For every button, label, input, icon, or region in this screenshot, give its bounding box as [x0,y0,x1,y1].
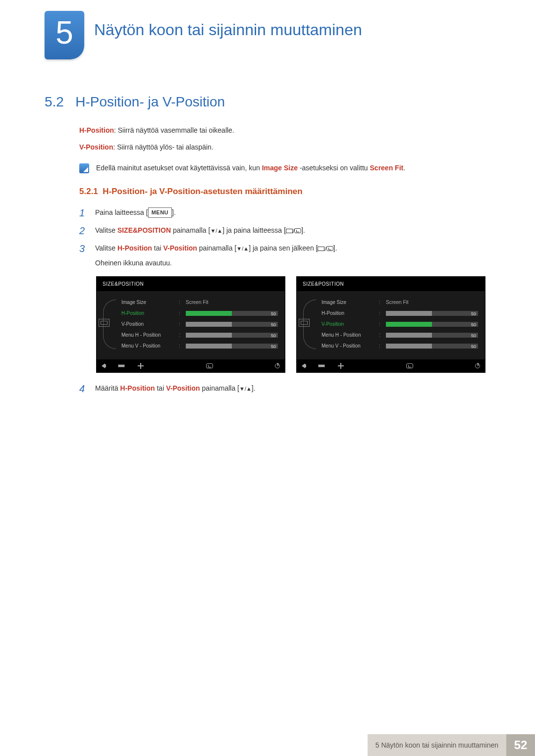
osd-slider[interactable]: 50 [386,333,478,338]
osd-footer [297,359,485,372]
page: 5 Näytön koon tai sijainnin muuttaminen … [0,0,535,756]
step-number: 2 [79,225,88,237]
osd-menu-item[interactable]: Menu H - Position:50 [321,330,478,341]
step2-pre: Valitse [95,226,117,234]
vposition-term: V-Position [79,143,113,151]
osd-slider-value: 50 [471,321,476,329]
osd-item-label: H-Position [121,309,176,317]
step4-hposition: H-Position [120,384,155,392]
step4-mid: painamalla [ [200,384,239,392]
osd-menu-item[interactable]: V-Position:50 [321,319,478,330]
step-number: 3 [79,243,88,254]
osd-item-value: Screen Fit [186,298,209,306]
plus-icon[interactable] [338,363,344,369]
step3-vposition: V-Position [163,244,197,252]
osd-slider[interactable]: 50 [386,344,478,349]
step1-post: ]. [172,208,176,216]
subsection-number: 5.2.1 [79,187,98,196]
note-pre: Edellä mainitut asetukset ovat käytettäv… [96,164,262,172]
chapter-number-badge: 5 [45,11,84,59]
content-area: H-Position: Siirrä näyttöä vasemmalle ta… [79,125,485,401]
step-2: 2 Valitse SIZE&POSITION painamalla [▼/▲]… [79,225,485,237]
osd-section-icon [299,319,310,327]
osd-menu-item[interactable]: V-Position:50 [121,319,278,330]
step2-mid2: ] ja paina laitteessa [ [222,226,286,234]
osd-slider[interactable]: 50 [186,344,278,349]
source-enter-icon: / [318,244,333,254]
osd-colon: : [179,342,183,350]
osd-slider[interactable]: 50 [186,311,278,316]
minus-icon[interactable] [118,364,125,367]
step4-or: tai [155,384,166,392]
osd-item-label: Image Size [121,298,176,306]
osd-slider[interactable]: 50 [386,311,478,316]
osd-colon: : [379,342,383,350]
menu-button-label: MENU [148,207,172,218]
hposition-definition: H-Position: Siirrä näyttöä vasemmalle ta… [79,125,485,137]
plus-icon[interactable] [138,363,144,369]
osd-menu-item[interactable]: Image Size:Screen Fit [121,297,278,308]
osd-title: SIZE&POSITION [297,277,485,291]
back-icon[interactable] [102,363,105,368]
osd-item-label: Menu V - Position [321,342,376,350]
osd-section-icon [99,319,109,327]
note-text: Edellä mainitut asetukset ovat käytettäv… [96,162,405,174]
section-heading: 5.2 H-Position- ja V-Position [45,94,225,110]
osd-menu-item[interactable]: Menu V - Position:50 [321,341,478,352]
step4-vposition: V-Position [166,384,200,392]
chapter-title: Näytön koon tai sijainnin muuttaminen [94,21,362,39]
osd-colon: : [179,309,183,317]
osd-item-label: V-Position [121,320,176,328]
osd-item-label: Image Size [321,298,376,306]
back-icon[interactable] [302,363,305,368]
step1-pre: Paina laitteessa [ [95,208,148,216]
step4-pre: Määritä [95,384,120,392]
osd-slider[interactable]: 50 [386,322,478,327]
note: Edellä mainitut asetukset ovat käytettäv… [79,162,485,174]
step3-hposition: H-Position [117,244,152,252]
down-up-arrows-icon: ▼/▲ [239,384,252,394]
step3-pre: Valitse [95,244,117,252]
step3-line2: Oheinen ikkuna avautuu. [95,257,485,269]
source-icon[interactable] [206,363,213,368]
osd-slider-value: 50 [471,310,476,318]
osd-colon: : [179,320,183,328]
osd-slider-value: 50 [271,321,276,329]
source-enter-icon: / [286,226,301,236]
step-body: Valitse H-Position tai V-Position painam… [95,243,485,269]
step3-post: ]. [333,244,337,252]
section-number: 5.2 [45,94,64,109]
osd-slider[interactable]: 50 [186,333,278,338]
osd-slider-value: 50 [271,343,276,351]
minus-icon[interactable] [318,364,325,367]
source-icon[interactable] [406,363,413,368]
step-number: 4 [79,383,88,395]
osd-menu-item[interactable]: H-Position:50 [321,308,478,319]
note-term-image-size: Image Size [262,164,298,172]
step3-or: tai [152,244,163,252]
down-up-arrows-icon: ▼/▲ [236,244,249,253]
vposition-definition: V-Position: Siirrä näyttöä ylös- tai ala… [79,142,485,153]
osd-menu-item[interactable]: Image Size:Screen Fit [321,297,478,308]
subsection-title: H-Position- ja V-Position-asetusten määr… [103,187,302,196]
osd-left-panel: SIZE&POSITIONImage Size:Screen FitH-Posi… [96,276,285,373]
hposition-term: H-Position [79,126,114,134]
note-post: . [403,164,405,172]
power-icon[interactable] [275,363,280,368]
footer-page-number: 52 [506,734,535,756]
osd-menu-item[interactable]: H-Position:50 [121,308,278,319]
power-icon[interactable] [475,363,480,368]
step2-mid: painamalla [ [171,226,210,234]
hposition-desc: : Siirrä näyttöä vasemmalle tai oikealle… [114,126,234,134]
osd-footer [97,359,285,372]
step-body: Valitse SIZE&POSITION painamalla [▼/▲] j… [95,225,485,237]
note-term-screen-fit: Screen Fit [370,164,404,172]
osd-colon: : [379,309,383,317]
osd-menu-item[interactable]: Menu H - Position:50 [121,330,278,341]
footer-chapter-ref: 5 Näytön koon tai sijainnin muuttaminen [368,734,506,756]
osd-right-panel: SIZE&POSITIONImage Size:Screen FitH-Posi… [296,276,485,373]
osd-menu-item[interactable]: Menu V - Position:50 [121,341,278,352]
section-title: H-Position- ja V-Position [75,94,225,109]
osd-slider[interactable]: 50 [186,322,278,327]
osd-title: SIZE&POSITION [97,277,285,291]
